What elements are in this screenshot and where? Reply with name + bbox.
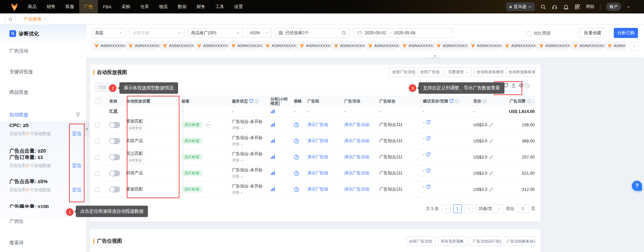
asin-chip[interactable]: ASINXXXXXXX xyxy=(536,41,568,50)
asin-chip[interactable]: ASINXXXXXXX xyxy=(331,41,363,50)
bar-chart-icon[interactable] xyxy=(270,187,275,192)
nav-item-warehouse[interactable]: 仓库 xyxy=(135,0,154,13)
nav-item-fba[interactable]: FBA xyxy=(98,0,116,13)
asin-chip[interactable]: ASINXXXXXXX xyxy=(228,41,260,50)
active-toggle[interactable] xyxy=(109,186,120,193)
clock-strategy-icon[interactable] xyxy=(294,171,299,176)
nav-item-tools[interactable]: 工具 xyxy=(210,0,229,13)
asin-chip[interactable]: ASINXXXXXXX xyxy=(365,41,397,50)
refresh-icon[interactable] xyxy=(426,184,431,189)
asin-chip[interactable]: ASINXXXXXXX xyxy=(571,41,602,50)
sidebar-item-auto-targeting[interactable]: 自动投放 xyxy=(9,112,28,118)
adgroup-filter-select[interactable]: 全部广告组 xyxy=(418,67,443,77)
asin-chip[interactable]: ASINXXXXXXX xyxy=(160,41,192,50)
page-size-select[interactable]: 20条/页 xyxy=(476,204,503,213)
campaign-filter-select[interactable]: 全部广告活动 xyxy=(389,67,415,77)
nav-item-settings[interactable]: 设置 xyxy=(229,0,248,13)
apps-grid-icon[interactable] xyxy=(575,4,580,10)
detail-link[interactable]: 详情 xyxy=(232,158,239,163)
nav-item-finance[interactable]: 财务 xyxy=(192,0,210,13)
active-toggle[interactable] xyxy=(109,154,120,160)
row-checkbox[interactable] xyxy=(95,123,100,127)
edit-pencil-icon[interactable] xyxy=(489,171,493,175)
campaign-link[interactable]: 演示广告活动 xyxy=(344,170,369,176)
refresh-icon[interactable] xyxy=(426,120,431,125)
next-page-button[interactable]: › xyxy=(465,204,473,213)
search-icon[interactable] xyxy=(341,31,346,36)
row-checkbox[interactable] xyxy=(95,187,100,192)
active-toggle[interactable] xyxy=(109,122,120,128)
compare-period[interactable]: 对比周期 xyxy=(527,31,550,36)
adgroup-link[interactable]: 演示广告组 xyxy=(307,170,328,176)
adgroup-link[interactable]: 演示广告组 xyxy=(307,122,328,128)
match-type-select[interactable]: 匹配类型 xyxy=(446,67,472,77)
locate-link-2[interactable]: 定位 xyxy=(72,163,82,169)
sidebar-item-placements[interactable]: 广告位 xyxy=(9,218,23,224)
locate-link-1[interactable]: 定位 xyxy=(72,131,82,137)
edit-pencil-icon[interactable] xyxy=(489,139,493,143)
marketplace-selector[interactable]: a 亚马逊 xyxy=(506,2,535,11)
detail-link[interactable]: 详情 xyxy=(232,174,239,179)
detail-link[interactable]: 详情 xyxy=(232,190,239,195)
bid-strategy-select[interactable]: 所有竞价策略 xyxy=(438,237,468,246)
batch-create-button[interactable]: 批量创建 xyxy=(579,28,606,38)
campaign-link[interactable]: 演示广告活动 xyxy=(344,186,369,192)
more-tags-button[interactable]: ••• xyxy=(204,122,212,128)
refresh-icon[interactable] xyxy=(449,99,454,103)
tab-product-insight[interactable]: 产品透视 × xyxy=(19,13,51,25)
compare-checkbox[interactable] xyxy=(527,31,531,36)
sidebar-item-product-targeting[interactable]: 商品投放 xyxy=(9,89,28,95)
detail-link[interactable]: 详情 xyxy=(232,142,239,147)
serving-status-select[interactable]: 自动投放服务状态 xyxy=(506,67,535,77)
asin-chip[interactable]: ASINXXXXXXX xyxy=(194,41,226,50)
campaign-run-status-select[interactable]: 广告活动运行状态 xyxy=(470,237,501,246)
search-icon[interactable] xyxy=(540,4,546,10)
bar-chart-icon[interactable] xyxy=(270,138,275,143)
active-status-select[interactable]: 自动投放有效状态 xyxy=(474,67,503,77)
sidebar-item-campaigns[interactable]: 广告活动 xyxy=(9,48,28,54)
nav-item-service[interactable]: 客服 xyxy=(60,0,79,13)
sort-icon[interactable] xyxy=(532,99,535,103)
clock-strategy-icon[interactable] xyxy=(294,122,299,128)
help-icon[interactable]: ? xyxy=(255,99,259,103)
goto-page-input[interactable]: 1 xyxy=(517,204,529,213)
adgroup-link[interactable]: 演示广告组 xyxy=(307,154,328,160)
help-icon[interactable]: ? xyxy=(455,99,459,103)
country-select[interactable]: 美国 xyxy=(92,28,126,38)
chips-scroll-right-button[interactable]: › xyxy=(630,41,639,50)
refresh-icon[interactable] xyxy=(426,136,431,141)
filter-funnel-icon[interactable] xyxy=(76,112,80,117)
search-field-select[interactable]: ASIN xyxy=(247,28,272,38)
row-checkbox[interactable] xyxy=(95,171,100,176)
ad-type-select[interactable]: 商品推广(SP) xyxy=(188,28,243,38)
sidebar-item-search-terms[interactable]: 搜索词 xyxy=(9,240,23,246)
locate-link-3[interactable]: 定位 xyxy=(72,187,82,193)
row-checkbox[interactable] xyxy=(95,139,100,143)
column-help-icon[interactable]: ? xyxy=(525,83,530,88)
edit-pencil-icon[interactable] xyxy=(489,123,493,127)
nav-item-purchase[interactable]: 采购 xyxy=(116,0,135,13)
detail-link[interactable]: 详情 xyxy=(232,126,239,131)
help-icon[interactable]: ? xyxy=(482,99,487,103)
prev-page-button[interactable]: ‹ xyxy=(442,204,450,213)
asin-chip[interactable]: ASINXXXXXXX xyxy=(297,41,329,50)
asin-chip[interactable]: ASINXXXXXXX xyxy=(126,41,158,50)
nav-item-ads[interactable]: 广告 xyxy=(79,0,98,13)
asin-chip[interactable]: ASINXXXXXXX xyxy=(399,41,431,50)
sidebar-collapse-handle[interactable]: ◄ xyxy=(84,121,89,136)
store-select[interactable]: 全部店铺 xyxy=(129,28,184,38)
clock-strategy-icon[interactable] xyxy=(294,187,299,192)
clock-strategy-icon[interactable] xyxy=(294,138,299,144)
headset-icon[interactable] xyxy=(552,4,557,10)
close-icon[interactable]: × xyxy=(44,16,47,22)
asin-chip[interactable]: ASINXXXXXXX xyxy=(502,41,534,50)
current-page[interactable]: 1 xyxy=(453,204,462,213)
asin-chip[interactable]: ASINXXXXXXX xyxy=(468,41,500,50)
nav-item-data[interactable]: 数据 xyxy=(173,0,192,13)
collapse-panel-tab[interactable]: ▲ xyxy=(430,53,440,58)
chevron-down-icon[interactable] xyxy=(627,5,630,8)
adgroup-link[interactable]: 演示广告组 xyxy=(307,186,328,192)
asin-chip[interactable]: ASINXXXXXXX xyxy=(92,41,123,50)
campaign-link[interactable]: 演示广告活动 xyxy=(344,122,369,128)
asin-chip[interactable]: ASINXXXXXXX xyxy=(263,41,294,50)
